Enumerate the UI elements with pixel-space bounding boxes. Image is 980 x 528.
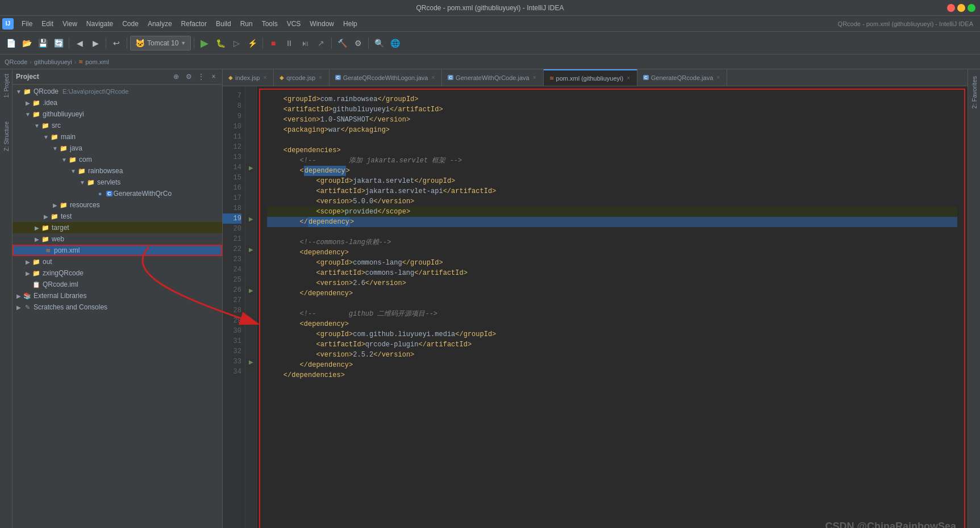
gutter-slot-7 — [245, 91, 257, 101]
tree-item-target[interactable]: ▶ 📁 target — [12, 222, 222, 233]
undo-button[interactable]: ↩ — [109, 36, 124, 51]
project-options-button[interactable]: ⋮ — [196, 72, 206, 82]
tab-close-icon[interactable]: × — [625, 75, 631, 81]
run-button[interactable]: ▶ — [197, 36, 212, 51]
tree-item-test[interactable]: ▶ 📁 test — [12, 211, 222, 222]
main-area: 1: Project Z: Structure Project ⊕ ⚙ ⋮ × … — [0, 69, 980, 528]
breadcrumb-githubliuyueyi[interactable]: githubliuyueyi — [34, 58, 72, 65]
code-line-32: <version>2.5.2</version> — [267, 350, 957, 360]
tree-item-src[interactable]: ▼ 📁 src — [12, 120, 222, 131]
back-button[interactable]: ◀ — [72, 36, 87, 51]
tree-label-scratches: Scratches and Consoles — [34, 303, 107, 311]
suspend-button[interactable]: ⏸ — [282, 36, 297, 51]
tree-label-rainbowsea: rainbowsea — [88, 167, 123, 175]
menu-help[interactable]: Help — [339, 19, 362, 29]
tab-close-icon[interactable]: × — [262, 74, 268, 81]
menu-build[interactable]: Build — [211, 19, 236, 29]
step-over-button[interactable]: ↗ — [314, 36, 328, 51]
tree-label-main: main — [61, 133, 76, 141]
folder-icon: 📁 — [68, 155, 77, 164]
breadcrumb-icon-xml: ≋ — [78, 58, 83, 65]
left-icon-structure[interactable]: Z: Structure — [1, 119, 11, 153]
favorites-label[interactable]: 2: Favorites — [970, 72, 979, 113]
search-button[interactable]: 🔍 — [372, 36, 386, 51]
gutter-slot-30 — [245, 326, 257, 336]
tree-item-pom-xml[interactable]: ≋ pom.xml — [12, 245, 222, 256]
tab-close-icon[interactable]: × — [715, 74, 721, 81]
tree-item-java[interactable]: ▼ 📁 java — [12, 143, 222, 154]
minimize-button[interactable] — [957, 4, 965, 12]
tree-label-resources: resources — [70, 201, 100, 209]
close-button[interactable] — [947, 4, 955, 12]
menu-run[interactable]: Run — [236, 19, 257, 29]
tab-generatewithqrcode[interactable]: C GenerateWithQrCode.java × — [442, 69, 543, 86]
menu-window[interactable]: Window — [305, 19, 339, 29]
breadcrumb: QRcode › githubliuyueyi › ≋ pom.xml — [0, 55, 980, 69]
tab-close-icon[interactable]: × — [318, 74, 323, 81]
code-content[interactable]: <groupId>com.rainbowsea</groupId> <artif… — [259, 89, 965, 528]
coverage-button[interactable]: ▷ — [229, 36, 244, 51]
debug-button[interactable]: 🐛 — [213, 36, 228, 51]
menu-code[interactable]: Code — [118, 19, 143, 29]
tree-item-com[interactable]: ▼ 📁 com — [12, 154, 222, 165]
breadcrumb-pomxml[interactable]: pom.xml — [85, 58, 109, 65]
tab-close-icon[interactable]: × — [430, 74, 436, 81]
tab-generateqrcode-java[interactable]: C GenerateQRcode.java × — [637, 69, 727, 86]
breadcrumb-qrcode[interactable]: QRcode — [5, 58, 27, 65]
profile-button[interactable]: ⚡ — [245, 36, 260, 51]
menu-refactor[interactable]: Refactor — [177, 19, 211, 29]
tree-item-scratches[interactable]: ▶ ✎ Scratches and Consoles — [12, 301, 222, 313]
tab-close-icon[interactable]: × — [532, 74, 537, 81]
tree-item-out[interactable]: ▶ 📁 out — [12, 256, 222, 267]
tree-item-resources[interactable]: ▶ 📁 resources — [12, 199, 222, 211]
tree-item-qrcode-iml[interactable]: 📋 QRcode.iml — [12, 279, 222, 290]
settings-button[interactable]: ⚙ — [351, 36, 365, 51]
save-button[interactable]: 💾 — [35, 36, 50, 51]
tree-item-githubliuyueyi[interactable]: ▼ 📁 githubliuyueyi — [12, 108, 222, 120]
tree-item-rainbowsea[interactable]: ▼ 📁 rainbowsea — [12, 165, 222, 177]
menu-view[interactable]: View — [58, 19, 82, 29]
menu-vcs[interactable]: VCS — [282, 19, 306, 29]
tree-item-main[interactable]: ▼ 📁 main — [12, 131, 222, 143]
tomcat-config-button[interactable]: 🐱 Tomcat 10 ▼ — [130, 36, 191, 51]
tree-item-external-libs[interactable]: ▶ 📚 External Libraries — [12, 290, 222, 301]
tab-pom-xml[interactable]: ≋ pom.xml (githubliuyueyi) × — [544, 69, 637, 86]
tab-index-jsp[interactable]: ◆ index.jsp × — [223, 69, 274, 86]
project-collapse-button[interactable]: × — [208, 72, 219, 82]
project-settings-button[interactable]: ⚙ — [184, 72, 194, 82]
arrow-icon: ▼ — [24, 111, 32, 118]
tab-qrcode-jsp[interactable]: ◆ qrcode.jsp × — [274, 69, 330, 86]
menu-navigate[interactable]: Navigate — [82, 19, 118, 29]
translate-button[interactable]: 🌐 — [387, 36, 402, 51]
code-line-22: <dependency> — [267, 248, 957, 258]
tree-item-zxingqrcode[interactable]: ▶ 📁 zxingQRcode — [12, 267, 222, 279]
folder-icon: 📁 — [32, 110, 41, 119]
menu-tools[interactable]: Tools — [257, 19, 282, 29]
menu-analyze[interactable]: Analyze — [143, 19, 177, 29]
menu-edit[interactable]: Edit — [37, 19, 58, 29]
tab-gerate-logon[interactable]: C GerateQRcodeWithLogon.java × — [330, 69, 442, 86]
gutter-slot-15 — [245, 173, 257, 183]
tree-item-web[interactable]: ▶ 📁 web — [12, 233, 222, 245]
left-icon-project[interactable]: 1: Project — [1, 72, 11, 100]
stop-button[interactable]: ■ — [266, 36, 281, 51]
gutter-slot-25 — [245, 275, 257, 285]
gutter-slot-19: ▶ — [245, 213, 257, 224]
gutter-slot-23 — [245, 254, 257, 265]
tree-item-servlets[interactable]: ▼ 📁 servlets — [12, 177, 222, 188]
menu-file[interactable]: File — [17, 19, 37, 29]
project-add-button[interactable]: ⊕ — [171, 72, 181, 82]
folder-icon: 📁 — [77, 166, 86, 175]
tree-item-idea[interactable]: ▶ 📁 .idea — [12, 97, 222, 108]
open-button[interactable]: 📂 — [19, 36, 34, 51]
tree-item-qrcode-root[interactable]: ▼ 📁 QRcode E:\Java\project\QRcode — [12, 86, 222, 97]
new-file-button[interactable]: 📄 — [3, 36, 18, 51]
resume-button[interactable]: ⏯ — [298, 36, 312, 51]
tree-item-generatewithqrco[interactable]: ● C GenerateWithQrCo — [12, 188, 222, 199]
forward-button[interactable]: ▶ — [88, 36, 103, 51]
sync-button[interactable]: 🔄 — [51, 36, 66, 51]
project-panel: Project ⊕ ⚙ ⋮ × ▼ 📁 QRcode E:\Java\proje… — [12, 69, 223, 528]
tab-icon: C — [335, 75, 341, 80]
maximize-button[interactable] — [968, 4, 975, 12]
build-button[interactable]: 🔨 — [335, 36, 349, 51]
